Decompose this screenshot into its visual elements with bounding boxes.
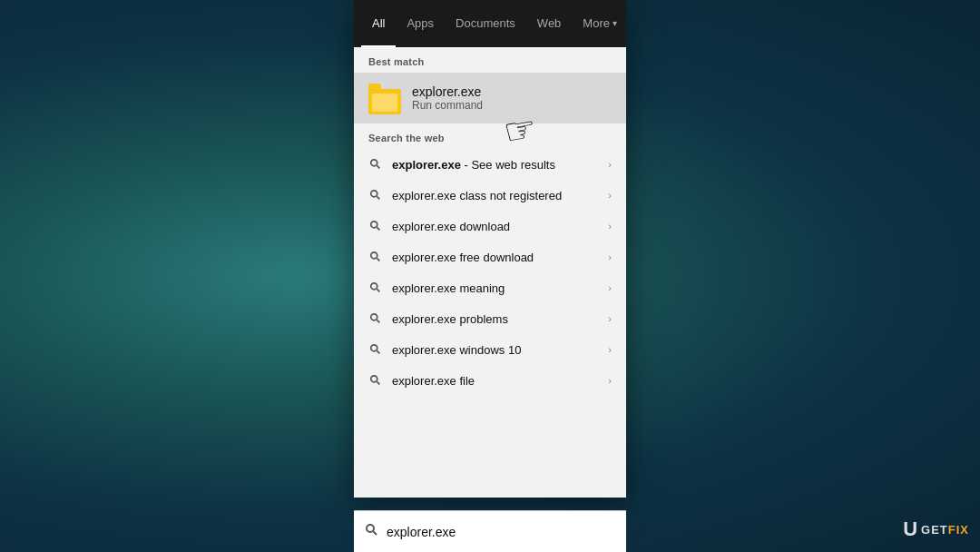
svg-line-1 <box>377 165 379 168</box>
svg-point-2 <box>371 191 377 197</box>
result-text-4: explorer.exe meaning <box>392 281 599 295</box>
svg-line-11 <box>377 320 379 322</box>
svg-point-12 <box>371 345 377 351</box>
svg-point-4 <box>371 222 377 228</box>
svg-point-6 <box>371 252 377 259</box>
search-icon-6 <box>368 342 383 357</box>
result-text-1: explorer.exe class not registered <box>392 189 599 202</box>
svg-point-16 <box>367 525 374 532</box>
svg-line-7 <box>377 258 379 261</box>
chevron-7: › <box>608 375 612 386</box>
result-item-3[interactable]: explorer.exe free download › <box>354 242 626 272</box>
best-match-info: explorer.exe Run command <box>412 84 483 112</box>
search-results: explorer.exe - See web results › explore… <box>354 149 626 498</box>
svg-line-5 <box>377 227 379 230</box>
svg-line-9 <box>377 289 379 291</box>
search-icon-2 <box>368 219 383 233</box>
tab-web[interactable]: Web <box>526 0 573 47</box>
watermark-text: GETFIX <box>921 523 969 537</box>
search-input-bar <box>354 510 626 552</box>
result-item-5[interactable]: explorer.exe problems › <box>354 303 626 334</box>
svg-point-0 <box>371 160 377 166</box>
chevron-5: › <box>608 313 612 324</box>
search-icon-1 <box>368 188 383 202</box>
tab-apps[interactable]: Apps <box>396 0 445 47</box>
search-input[interactable] <box>387 525 615 539</box>
search-panel: All Apps Documents Web More Best match e… <box>354 0 626 498</box>
best-match-type: Run command <box>412 99 483 112</box>
svg-line-13 <box>377 350 379 353</box>
result-text-3: explorer.exe free download <box>392 251 599 264</box>
search-icon-4 <box>368 281 383 295</box>
best-match-label: Best match <box>354 47 626 73</box>
result-item-7[interactable]: explorer.exe file › <box>354 365 626 396</box>
svg-point-8 <box>371 283 377 290</box>
chevron-6: › <box>608 344 612 355</box>
search-icon-5 <box>368 311 383 326</box>
svg-point-10 <box>371 314 377 320</box>
svg-point-14 <box>371 376 377 382</box>
result-text-2: explorer.exe download <box>392 220 599 233</box>
result-item-1[interactable]: explorer.exe class not registered › <box>354 180 626 211</box>
chevron-0: › <box>608 159 612 170</box>
result-text-5: explorer.exe problems <box>392 312 599 326</box>
svg-line-3 <box>377 196 379 199</box>
explorer-app-icon <box>368 82 401 114</box>
tab-documents[interactable]: Documents <box>445 0 526 47</box>
result-item-4[interactable]: explorer.exe meaning › <box>354 272 626 303</box>
result-item-2[interactable]: explorer.exe download › <box>354 211 626 242</box>
web-section-label: Search the web <box>354 123 626 149</box>
tabs-bar: All Apps Documents Web More <box>354 0 626 47</box>
search-icon-7 <box>368 373 383 388</box>
search-icon-0 <box>368 157 383 172</box>
result-text-0: explorer.exe - See web results <box>392 158 599 172</box>
result-item-0[interactable]: explorer.exe - See web results › <box>354 149 626 180</box>
result-text-6: explorer.exe windows 10 <box>392 343 599 357</box>
search-bar-icon <box>365 523 379 540</box>
svg-line-17 <box>374 532 377 536</box>
chevron-3: › <box>608 251 612 262</box>
best-match-name: explorer.exe <box>412 84 483 99</box>
watermark-get: GET <box>921 523 948 537</box>
tab-all[interactable]: All <box>361 0 396 47</box>
result-text-7: explorer.exe file <box>392 374 599 388</box>
watermark-fix: FIX <box>948 523 969 537</box>
chevron-2: › <box>608 221 612 232</box>
search-icon-3 <box>368 250 383 264</box>
watermark: U GETFIX <box>903 518 969 541</box>
watermark-u: U <box>903 518 917 541</box>
tab-more[interactable]: More <box>572 0 628 47</box>
result-item-6[interactable]: explorer.exe windows 10 › <box>354 334 626 365</box>
best-match-item[interactable]: explorer.exe Run command <box>354 73 626 123</box>
svg-line-15 <box>377 381 379 384</box>
chevron-4: › <box>608 282 612 293</box>
chevron-1: › <box>608 190 612 201</box>
